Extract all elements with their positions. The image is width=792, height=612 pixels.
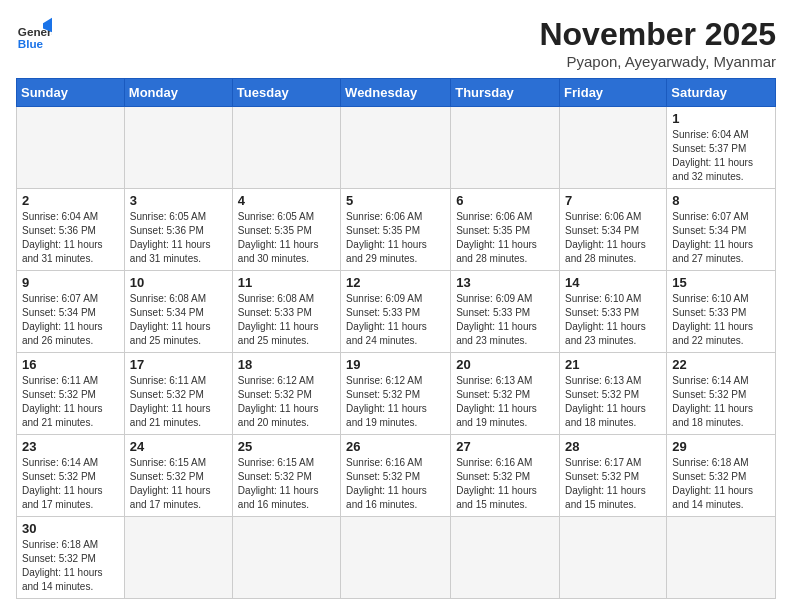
title-block: November 2025 Pyapon, Ayeyarwady, Myanma…	[539, 16, 776, 70]
day-7: 7 Sunrise: 6:06 AMSunset: 5:34 PMDayligh…	[560, 189, 667, 271]
day-13: 13 Sunrise: 6:09 AMSunset: 5:33 PMDaylig…	[451, 271, 560, 353]
location: Pyapon, Ayeyarwady, Myanmar	[539, 53, 776, 70]
empty-cell	[124, 517, 232, 599]
calendar-row-5: 23 Sunrise: 6:14 AMSunset: 5:32 PMDaylig…	[17, 435, 776, 517]
day-2: 2 Sunrise: 6:04 AMSunset: 5:36 PMDayligh…	[17, 189, 125, 271]
day-18: 18 Sunrise: 6:12 AMSunset: 5:32 PMDaylig…	[232, 353, 340, 435]
day-19: 19 Sunrise: 6:12 AMSunset: 5:32 PMDaylig…	[341, 353, 451, 435]
calendar-table: Sunday Monday Tuesday Wednesday Thursday…	[16, 78, 776, 599]
day-24: 24 Sunrise: 6:15 AMSunset: 5:32 PMDaylig…	[124, 435, 232, 517]
day-25: 25 Sunrise: 6:15 AMSunset: 5:32 PMDaylig…	[232, 435, 340, 517]
day-20: 20 Sunrise: 6:13 AMSunset: 5:32 PMDaylig…	[451, 353, 560, 435]
day-26: 26 Sunrise: 6:16 AMSunset: 5:32 PMDaylig…	[341, 435, 451, 517]
empty-cell	[124, 107, 232, 189]
weekday-header-row: Sunday Monday Tuesday Wednesday Thursday…	[17, 79, 776, 107]
day-27: 27 Sunrise: 6:16 AMSunset: 5:32 PMDaylig…	[451, 435, 560, 517]
header-tuesday: Tuesday	[232, 79, 340, 107]
month-title: November 2025	[539, 16, 776, 53]
header-saturday: Saturday	[667, 79, 776, 107]
day-8: 8 Sunrise: 6:07 AMSunset: 5:34 PMDayligh…	[667, 189, 776, 271]
header-monday: Monday	[124, 79, 232, 107]
day-28: 28 Sunrise: 6:17 AMSunset: 5:32 PMDaylig…	[560, 435, 667, 517]
day-23: 23 Sunrise: 6:14 AMSunset: 5:32 PMDaylig…	[17, 435, 125, 517]
calendar-row-4: 16 Sunrise: 6:11 AMSunset: 5:32 PMDaylig…	[17, 353, 776, 435]
day-11: 11 Sunrise: 6:08 AMSunset: 5:33 PMDaylig…	[232, 271, 340, 353]
day-3: 3 Sunrise: 6:05 AMSunset: 5:36 PMDayligh…	[124, 189, 232, 271]
calendar-row-1: 1 Sunrise: 6:04 AMSunset: 5:37 PMDayligh…	[17, 107, 776, 189]
header-friday: Friday	[560, 79, 667, 107]
day-22: 22 Sunrise: 6:14 AMSunset: 5:32 PMDaylig…	[667, 353, 776, 435]
day-12: 12 Sunrise: 6:09 AMSunset: 5:33 PMDaylig…	[341, 271, 451, 353]
day-4: 4 Sunrise: 6:05 AMSunset: 5:35 PMDayligh…	[232, 189, 340, 271]
day-10: 10 Sunrise: 6:08 AMSunset: 5:34 PMDaylig…	[124, 271, 232, 353]
logo-icon: General Blue	[16, 16, 52, 52]
header-sunday: Sunday	[17, 79, 125, 107]
logo: General Blue	[16, 16, 52, 52]
page-header: General Blue November 2025 Pyapon, Ayeya…	[16, 16, 776, 70]
calendar-row-3: 9 Sunrise: 6:07 AMSunset: 5:34 PMDayligh…	[17, 271, 776, 353]
day-6: 6 Sunrise: 6:06 AMSunset: 5:35 PMDayligh…	[451, 189, 560, 271]
calendar-row-6: 30 Sunrise: 6:18 AMSunset: 5:32 PMDaylig…	[17, 517, 776, 599]
empty-cell	[232, 107, 340, 189]
day-15: 15 Sunrise: 6:10 AMSunset: 5:33 PMDaylig…	[667, 271, 776, 353]
empty-cell	[451, 107, 560, 189]
day-17: 17 Sunrise: 6:11 AMSunset: 5:32 PMDaylig…	[124, 353, 232, 435]
empty-cell	[341, 107, 451, 189]
day-5: 5 Sunrise: 6:06 AMSunset: 5:35 PMDayligh…	[341, 189, 451, 271]
day-14: 14 Sunrise: 6:10 AMSunset: 5:33 PMDaylig…	[560, 271, 667, 353]
svg-text:Blue: Blue	[18, 37, 44, 50]
day-29: 29 Sunrise: 6:18 AMSunset: 5:32 PMDaylig…	[667, 435, 776, 517]
empty-cell	[560, 517, 667, 599]
empty-cell	[232, 517, 340, 599]
empty-cell	[17, 107, 125, 189]
empty-cell	[451, 517, 560, 599]
day-1: 1 Sunrise: 6:04 AMSunset: 5:37 PMDayligh…	[667, 107, 776, 189]
day-16: 16 Sunrise: 6:11 AMSunset: 5:32 PMDaylig…	[17, 353, 125, 435]
header-wednesday: Wednesday	[341, 79, 451, 107]
empty-cell	[341, 517, 451, 599]
empty-cell	[560, 107, 667, 189]
day-21: 21 Sunrise: 6:13 AMSunset: 5:32 PMDaylig…	[560, 353, 667, 435]
day-30: 30 Sunrise: 6:18 AMSunset: 5:32 PMDaylig…	[17, 517, 125, 599]
empty-cell	[667, 517, 776, 599]
header-thursday: Thursday	[451, 79, 560, 107]
calendar-row-2: 2 Sunrise: 6:04 AMSunset: 5:36 PMDayligh…	[17, 189, 776, 271]
day-9: 9 Sunrise: 6:07 AMSunset: 5:34 PMDayligh…	[17, 271, 125, 353]
